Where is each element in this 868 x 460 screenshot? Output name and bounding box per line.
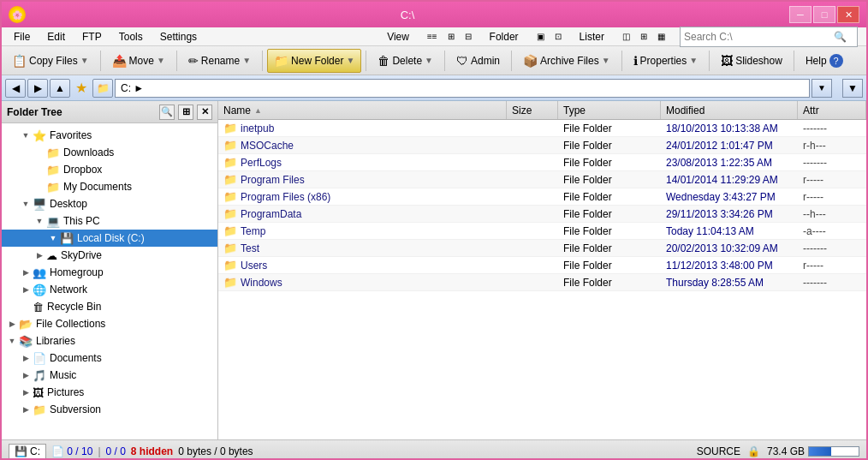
tree-item-this-pc[interactable]: ▼💻This PC bbox=[2, 212, 217, 230]
col-header-name[interactable]: Name ▲ bbox=[218, 101, 507, 119]
view-details-button[interactable]: ≡≡ bbox=[423, 28, 442, 45]
file-row[interactable]: 📁TempFile FolderToday 11:04:13 AM-a---- bbox=[218, 223, 866, 240]
disk-space-bar: 73.4 GB bbox=[767, 445, 859, 457]
tree-close-icon[interactable]: ✕ bbox=[197, 105, 212, 120]
search-input[interactable] bbox=[684, 31, 827, 43]
maximize-button[interactable]: □ bbox=[813, 6, 835, 23]
tree-expander[interactable]: ▶ bbox=[5, 320, 19, 328]
rename-dropdown-arrow[interactable]: ▼ bbox=[242, 56, 251, 65]
menu-settings[interactable]: Settings bbox=[153, 29, 204, 45]
new-folder-dropdown-arrow[interactable]: ▼ bbox=[346, 56, 354, 65]
tree-expander[interactable]: ▶ bbox=[19, 268, 33, 277]
move-button[interactable]: 📤 Move ▼ bbox=[105, 49, 172, 73]
delete-button[interactable]: 🗑 Delete ▼ bbox=[371, 49, 440, 73]
tree-expander[interactable]: ▶ bbox=[19, 285, 33, 294]
properties-button[interactable]: ℹ Properties ▼ bbox=[627, 49, 705, 73]
menu-tools[interactable]: Tools bbox=[112, 29, 150, 45]
path-dropdown[interactable]: ▼ bbox=[812, 79, 832, 98]
tree-expander[interactable]: ▼ bbox=[46, 234, 60, 242]
forward-button[interactable]: ▶ bbox=[27, 79, 48, 98]
view-thumbs-button[interactable]: ⊟ bbox=[461, 28, 476, 45]
tree-new-tab-icon[interactable]: ⊞ bbox=[178, 105, 193, 120]
tree-item-icon: 📚 bbox=[19, 335, 33, 348]
tree-item-local-disk-(c:)[interactable]: ▼💾Local Disk (C:) bbox=[2, 230, 217, 247]
lister-btn2[interactable]: ⊞ bbox=[636, 28, 651, 45]
tree-expander[interactable]: ▶ bbox=[19, 354, 33, 362]
tree-expander[interactable]: ▼ bbox=[5, 337, 19, 345]
folder-btn1[interactable]: ▣ bbox=[532, 28, 549, 45]
tree-item-desktop[interactable]: ▼🖥️Desktop bbox=[2, 195, 217, 212]
up-button[interactable]: ▲ bbox=[50, 79, 70, 98]
file-row[interactable]: 📁Program FilesFile Folder14/01/2014 11:2… bbox=[218, 171, 866, 188]
copy-dropdown-arrow[interactable]: ▼ bbox=[80, 56, 89, 65]
lister-btn1[interactable]: ◫ bbox=[618, 28, 634, 45]
file-row[interactable]: 📁PerfLogsFile Folder23/08/2013 1:22:35 A… bbox=[218, 154, 866, 171]
tree-search-icon[interactable]: 🔍 bbox=[159, 105, 175, 120]
file-attr: r----- bbox=[798, 174, 866, 186]
menu-view[interactable]: View bbox=[380, 29, 416, 45]
copy-files-button[interactable]: 📋 Copy Files ▼ bbox=[5, 49, 96, 73]
view-list-button[interactable]: ⊞ bbox=[443, 28, 459, 45]
tree-item-pictures[interactable]: ▶🖼Pictures bbox=[2, 384, 217, 401]
help-button[interactable]: Help ? bbox=[799, 49, 850, 73]
close-button[interactable]: ✕ bbox=[837, 6, 859, 23]
tree-item-dropbox[interactable]: 📁Dropbox bbox=[2, 161, 217, 178]
tree-item-favorites[interactable]: ▼⭐Favorites bbox=[2, 127, 217, 144]
menu-folder[interactable]: Folder bbox=[483, 29, 526, 45]
tree-item-homegroup[interactable]: ▶👥Homegroup bbox=[2, 264, 217, 281]
tree-expander[interactable]: ▶ bbox=[19, 405, 33, 414]
tree-item-documents[interactable]: ▶📄Documents bbox=[2, 349, 217, 367]
tree-expander[interactable]: ▶ bbox=[19, 371, 33, 379]
tree-item-recycle-bin[interactable]: 🗑Recycle Bin bbox=[2, 298, 217, 315]
col-header-attr[interactable]: Attr bbox=[798, 101, 866, 119]
menu-ftp[interactable]: FTP bbox=[75, 29, 109, 45]
favorites-star[interactable]: ★ bbox=[72, 80, 91, 96]
nav-path[interactable]: C: ► bbox=[115, 79, 810, 98]
file-row[interactable]: 📁inetpubFile Folder18/10/2013 10:13:38 A… bbox=[218, 120, 866, 137]
tree-expander[interactable]: ▼ bbox=[19, 200, 33, 208]
file-row[interactable]: 📁WindowsFile FolderThursday 8:28:55 AM--… bbox=[218, 274, 866, 291]
tree-item-label: Favorites bbox=[50, 129, 92, 141]
tree-item-libraries[interactable]: ▼📚Libraries bbox=[2, 332, 217, 349]
file-row[interactable]: 📁MSOCacheFile Folder24/01/2012 1:01:47 P… bbox=[218, 137, 866, 154]
tree-item-file-collections[interactable]: ▶📂File Collections bbox=[2, 315, 217, 332]
move-dropdown-arrow[interactable]: ▼ bbox=[157, 56, 165, 65]
tree-item-my-documents[interactable]: 📁My Documents bbox=[2, 178, 217, 195]
tree-item-downloads[interactable]: 📁Downloads bbox=[2, 144, 217, 161]
slideshow-button[interactable]: 🖼 Slideshow bbox=[714, 49, 789, 73]
new-folder-button[interactable]: 📁 New Folder ▼ bbox=[267, 49, 361, 73]
back-button[interactable]: ◀ bbox=[5, 79, 26, 98]
archive-dropdown-arrow[interactable]: ▼ bbox=[602, 56, 610, 65]
search-box[interactable]: 🔍 bbox=[680, 27, 858, 47]
admin-button[interactable]: 🛡 Admin bbox=[449, 49, 507, 73]
tree-item-skydrive[interactable]: ▶☁SkyDrive bbox=[2, 247, 217, 264]
file-modified: Today 11:04:13 AM bbox=[661, 225, 798, 237]
lister-btn3[interactable]: ▦ bbox=[653, 28, 669, 45]
tree-expander[interactable]: ▶ bbox=[33, 251, 46, 260]
tree-item-network[interactable]: ▶🌐Network bbox=[2, 281, 217, 298]
file-row[interactable]: 📁ProgramDataFile Folder29/11/2013 3:34:2… bbox=[218, 206, 866, 223]
tree-item-subversion[interactable]: ▶📁Subversion bbox=[2, 401, 217, 418]
menu-edit[interactable]: Edit bbox=[40, 29, 72, 45]
tree-item-music[interactable]: ▶🎵Music bbox=[2, 367, 217, 384]
col-header-size[interactable]: Size bbox=[507, 101, 558, 119]
folder-btn2[interactable]: ⊡ bbox=[550, 28, 566, 45]
archive-files-button[interactable]: 📦 Archive Files ▼ bbox=[516, 49, 617, 73]
tree-expander[interactable]: ▶ bbox=[19, 388, 33, 397]
col-header-modified[interactable]: Modified bbox=[661, 101, 798, 119]
properties-dropdown-arrow[interactable]: ▼ bbox=[689, 56, 698, 65]
minimize-button[interactable]: ─ bbox=[789, 6, 812, 23]
file-row[interactable]: 📁Program Files (x86)File FolderWednesday… bbox=[218, 188, 866, 206]
delete-dropdown-arrow[interactable]: ▼ bbox=[425, 56, 433, 65]
filter-button[interactable]: ▼ bbox=[842, 79, 863, 98]
tree-expander[interactable]: ▼ bbox=[19, 131, 33, 140]
tree-expander[interactable]: ▼ bbox=[33, 217, 46, 225]
menu-file[interactable]: File bbox=[7, 29, 37, 45]
col-header-type[interactable]: Type bbox=[558, 101, 661, 119]
tree-item-label: Libraries bbox=[36, 335, 75, 347]
file-type: File Folder bbox=[558, 277, 661, 289]
file-row[interactable]: 📁TestFile Folder20/02/2013 10:32:09 AM--… bbox=[218, 240, 866, 257]
file-row[interactable]: 📁UsersFile Folder11/12/2013 3:48:00 PMr-… bbox=[218, 257, 866, 274]
menu-lister[interactable]: Lister bbox=[573, 29, 611, 45]
rename-button[interactable]: ✏ Rename ▼ bbox=[181, 49, 258, 73]
